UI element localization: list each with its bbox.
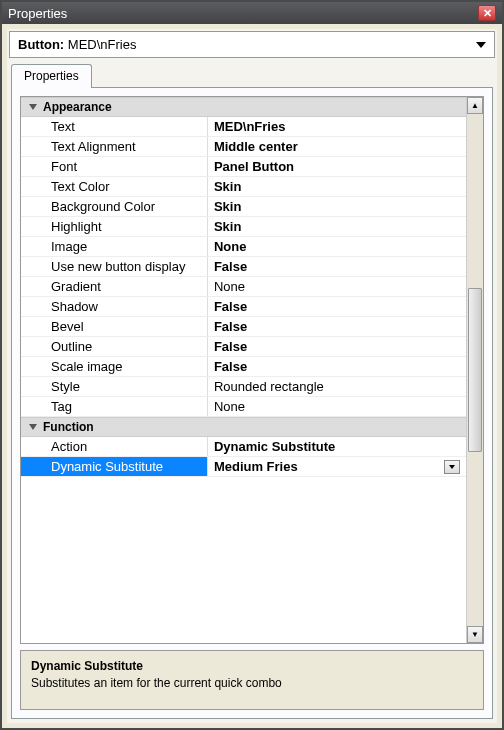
property-label: Bevel bbox=[21, 317, 208, 336]
close-icon: ✕ bbox=[483, 7, 492, 20]
properties-window: Properties ✕ Button: MED\nFries Properti… bbox=[0, 0, 504, 730]
property-value[interactable]: Panel Button bbox=[208, 157, 466, 176]
description-title: Dynamic Substitute bbox=[31, 659, 473, 673]
property-label: Use new button display bbox=[21, 257, 208, 276]
category-header[interactable]: Appearance bbox=[21, 97, 466, 117]
property-value-text: Skin bbox=[214, 179, 241, 194]
property-row[interactable]: Text ColorSkin bbox=[21, 177, 466, 197]
property-value[interactable]: Medium Fries bbox=[208, 457, 466, 476]
scroll-track-top bbox=[467, 114, 483, 287]
window-titlebar: Properties ✕ bbox=[2, 2, 502, 24]
property-row[interactable]: TagNone bbox=[21, 397, 466, 417]
window-title: Properties bbox=[8, 6, 67, 21]
tab-properties[interactable]: Properties bbox=[11, 64, 92, 88]
property-label: Background Color bbox=[21, 197, 208, 216]
property-label: Text bbox=[21, 117, 208, 136]
property-value-text: Medium Fries bbox=[214, 459, 298, 474]
property-row[interactable]: Background ColorSkin bbox=[21, 197, 466, 217]
property-row[interactable]: HighlightSkin bbox=[21, 217, 466, 237]
property-label: Action bbox=[21, 437, 208, 456]
property-value-text: False bbox=[214, 259, 247, 274]
property-value[interactable]: Skin bbox=[208, 177, 466, 196]
property-label: Highlight bbox=[21, 217, 208, 236]
property-value-text: False bbox=[214, 319, 247, 334]
property-value[interactable]: Skin bbox=[208, 197, 466, 216]
property-value[interactable]: Rounded rectangle bbox=[208, 377, 466, 396]
property-row[interactable]: Scale imageFalse bbox=[21, 357, 466, 377]
property-label: Scale image bbox=[21, 357, 208, 376]
property-value[interactable]: Middle center bbox=[208, 137, 466, 156]
scroll-track-bottom bbox=[467, 453, 483, 626]
property-value-text: False bbox=[214, 299, 247, 314]
property-value-text: False bbox=[214, 359, 247, 374]
scroll-down-button[interactable]: ▼ bbox=[467, 626, 483, 643]
property-value[interactable]: None bbox=[208, 277, 466, 296]
tab-strip: Properties bbox=[11, 64, 493, 87]
property-label: Text Color bbox=[21, 177, 208, 196]
property-value-text: Dynamic Substitute bbox=[214, 439, 335, 454]
dropdown-button[interactable] bbox=[444, 460, 460, 474]
object-header[interactable]: Button: MED\nFries bbox=[9, 31, 495, 58]
property-row[interactable]: FontPanel Button bbox=[21, 157, 466, 177]
property-label: Style bbox=[21, 377, 208, 396]
property-label: Tag bbox=[21, 397, 208, 416]
category-name: Function bbox=[43, 420, 94, 434]
property-row[interactable]: ImageNone bbox=[21, 237, 466, 257]
property-label: Gradient bbox=[21, 277, 208, 296]
property-label: Outline bbox=[21, 337, 208, 356]
collapse-icon bbox=[29, 104, 37, 110]
property-row[interactable]: Dynamic SubstituteMedium Fries bbox=[21, 457, 466, 477]
close-button[interactable]: ✕ bbox=[478, 5, 496, 21]
description-text: Substitutes an item for the current quic… bbox=[31, 676, 473, 690]
property-value-text: False bbox=[214, 339, 247, 354]
object-value: MED\nFries bbox=[68, 37, 137, 52]
object-label: Button: bbox=[18, 37, 64, 52]
property-value[interactable]: False bbox=[208, 257, 466, 276]
property-value[interactable]: False bbox=[208, 337, 466, 356]
property-label: Shadow bbox=[21, 297, 208, 316]
property-row[interactable]: StyleRounded rectangle bbox=[21, 377, 466, 397]
window-content: Button: MED\nFries Properties Appearance… bbox=[2, 24, 502, 728]
scroll-thumb[interactable] bbox=[468, 288, 482, 452]
property-row[interactable]: BevelFalse bbox=[21, 317, 466, 337]
property-value-text: None bbox=[214, 239, 247, 254]
property-row[interactable]: Text AlignmentMiddle center bbox=[21, 137, 466, 157]
property-label: Text Alignment bbox=[21, 137, 208, 156]
chevron-down-icon[interactable] bbox=[476, 42, 486, 48]
property-value[interactable]: Dynamic Substitute bbox=[208, 437, 466, 456]
category-name: Appearance bbox=[43, 100, 112, 114]
property-value[interactable]: False bbox=[208, 317, 466, 336]
property-value-text: None bbox=[214, 279, 245, 294]
collapse-icon bbox=[29, 424, 37, 430]
property-value-text: Rounded rectangle bbox=[214, 379, 324, 394]
description-panel: Dynamic Substitute Substitutes an item f… bbox=[20, 650, 484, 710]
object-header-text: Button: MED\nFries bbox=[18, 37, 136, 52]
property-value-text: Middle center bbox=[214, 139, 298, 154]
property-row[interactable]: ActionDynamic Substitute bbox=[21, 437, 466, 457]
property-value-text: Skin bbox=[214, 199, 241, 214]
property-row[interactable]: ShadowFalse bbox=[21, 297, 466, 317]
property-grid: AppearanceTextMED\nFriesText AlignmentMi… bbox=[21, 97, 466, 643]
property-value[interactable]: MED\nFries bbox=[208, 117, 466, 136]
property-value[interactable]: False bbox=[208, 357, 466, 376]
property-value[interactable]: None bbox=[208, 397, 466, 416]
property-value-text: None bbox=[214, 399, 245, 414]
scroll-up-button[interactable]: ▲ bbox=[467, 97, 483, 114]
category-header[interactable]: Function bbox=[21, 417, 466, 437]
property-row[interactable]: Use new button displayFalse bbox=[21, 257, 466, 277]
property-label: Dynamic Substitute bbox=[21, 457, 208, 476]
property-value[interactable]: None bbox=[208, 237, 466, 256]
property-value-text: MED\nFries bbox=[214, 119, 286, 134]
tab-panel: AppearanceTextMED\nFriesText AlignmentMi… bbox=[11, 87, 493, 719]
property-row[interactable]: TextMED\nFries bbox=[21, 117, 466, 137]
property-value[interactable]: Skin bbox=[208, 217, 466, 236]
chevron-down-icon bbox=[449, 465, 455, 469]
property-value-text: Panel Button bbox=[214, 159, 294, 174]
property-value[interactable]: False bbox=[208, 297, 466, 316]
vertical-scrollbar[interactable]: ▲ ▼ bbox=[466, 97, 483, 643]
property-label: Image bbox=[21, 237, 208, 256]
property-row[interactable]: OutlineFalse bbox=[21, 337, 466, 357]
property-grid-container: AppearanceTextMED\nFriesText AlignmentMi… bbox=[20, 96, 484, 644]
property-row[interactable]: GradientNone bbox=[21, 277, 466, 297]
property-value-text: Skin bbox=[214, 219, 241, 234]
